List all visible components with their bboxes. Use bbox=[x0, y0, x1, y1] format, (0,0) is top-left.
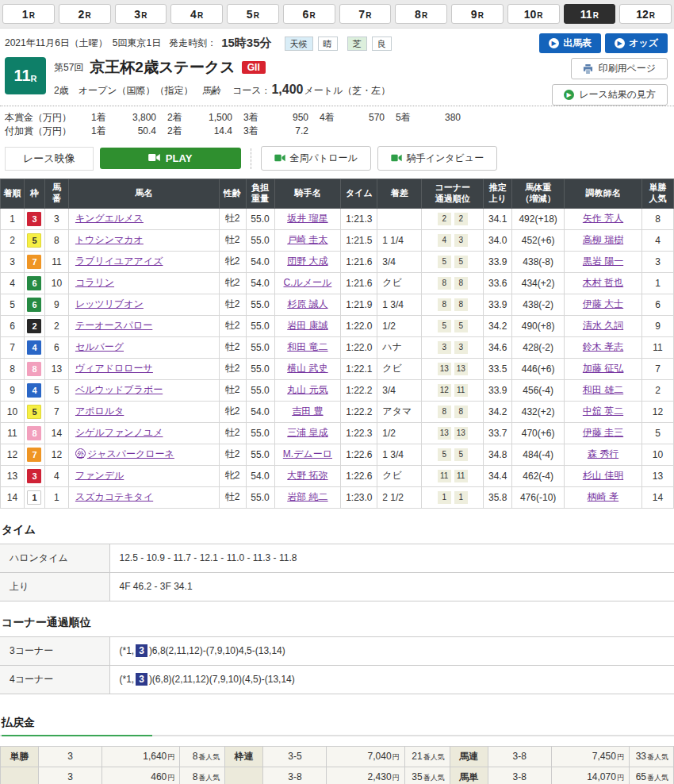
horse-name-link[interactable]: トウシンマカオ bbox=[75, 234, 144, 245]
corner-order-cell: 55 bbox=[422, 444, 484, 465]
jockey-name-link[interactable]: 吉田 豊 bbox=[292, 405, 323, 417]
jockey-name-link[interactable]: 横山 武史 bbox=[287, 363, 327, 374]
trainer-name-link[interactable]: 中舘 英二 bbox=[583, 405, 623, 417]
margin: 1/2 bbox=[377, 315, 422, 336]
result-guide-button[interactable]: ▶ レース結果の見方 bbox=[552, 84, 668, 106]
race-tab-5r[interactable]: 5R bbox=[227, 4, 279, 24]
trainer-name-link[interactable]: 森 秀行 bbox=[588, 448, 618, 459]
race-number-suffix: R bbox=[31, 74, 37, 83]
last-3f-time: 33.9 bbox=[484, 294, 512, 315]
horse-name-link[interactable]: キングエルメス bbox=[75, 213, 144, 224]
horse-name-cell: キングエルメス bbox=[68, 208, 219, 229]
frame-cell: 3 bbox=[24, 465, 44, 486]
margin: クビ bbox=[377, 272, 422, 294]
trainer-name-link[interactable]: 柄崎 孝 bbox=[588, 491, 618, 502]
horse-name-link[interactable]: レッツリブオン bbox=[75, 298, 144, 309]
jockey-name-link[interactable]: M.デムーロ bbox=[283, 448, 332, 459]
trainer-name-link[interactable]: 高柳 瑞樹 bbox=[583, 234, 623, 245]
trainer-name-link[interactable]: 和田 雄二 bbox=[583, 384, 623, 395]
horse-name-link[interactable]: ファンデル bbox=[75, 470, 124, 481]
corner-position-chip: 3 bbox=[438, 341, 451, 354]
print-button-label: 印刷用ページ bbox=[598, 62, 656, 75]
race-tab-6r[interactable]: 6R bbox=[283, 4, 335, 24]
corner-position-chip: 1 bbox=[454, 491, 468, 504]
bracket-quinella-popularity: 21番人気 bbox=[404, 746, 450, 767]
play-button[interactable]: PLAY bbox=[100, 148, 241, 169]
frame-number-badge: 8 bbox=[27, 426, 41, 440]
trainer-name-link[interactable]: 木村 哲也 bbox=[583, 277, 623, 288]
trainer-name-link[interactable]: 矢作 芳人 bbox=[583, 213, 623, 224]
print-button[interactable]: 印刷用ページ bbox=[571, 58, 668, 79]
horse-name-link[interactable]: スズカコテキタイ bbox=[75, 491, 153, 502]
foreign-bred-mark: 外 bbox=[75, 448, 86, 459]
finish-position: 14 bbox=[1, 486, 25, 508]
jockey-name-link[interactable]: 三浦 皇成 bbox=[287, 427, 327, 438]
trainer-name-link[interactable]: 黒岩 陽一 bbox=[583, 256, 623, 267]
horse-name-link[interactable]: ベルウッドブラボー bbox=[75, 384, 163, 395]
patrol-video-button[interactable]: 全周パトロール bbox=[261, 146, 371, 171]
trainer-name-link[interactable]: 伊藤 圭三 bbox=[583, 427, 623, 438]
table-row: 258トウシンマカオ牡255.0戸崎 圭太1:21.51 1/44334.045… bbox=[1, 229, 674, 251]
results-column-header: 騎手名 bbox=[274, 179, 341, 209]
jockey-name-link[interactable]: 坂井 瑠星 bbox=[287, 213, 327, 224]
payout-row: 複勝3460円8番人気ワイド3-82,430円35番人気馬単3-814,070円… bbox=[1, 767, 674, 784]
race-tab-11r[interactable]: 11R bbox=[564, 4, 616, 24]
jockey-name-link[interactable]: 杉原 誠人 bbox=[287, 298, 327, 309]
trainer-name-link[interactable]: 加藤 征弘 bbox=[583, 363, 623, 374]
race-tab-10r[interactable]: 10R bbox=[507, 4, 560, 24]
prize-place-label: 1着 bbox=[91, 111, 118, 125]
race-results-table: 着順枠馬 番馬名性齢負担 重量騎手名タイム着差コーナー 通過順位推定 上り馬体重… bbox=[0, 179, 674, 509]
rank-unit: 番人気 bbox=[647, 753, 668, 761]
corner-order-cell: 88 bbox=[422, 294, 484, 315]
race-tab-12r[interactable]: 12R bbox=[619, 4, 672, 24]
race-tab-8r[interactable]: 8R bbox=[395, 4, 447, 24]
horse-name-link[interactable]: テーオースパロー bbox=[75, 320, 152, 331]
time-row-label: ハロンタイム bbox=[0, 544, 109, 572]
race-tab-7r[interactable]: 7R bbox=[339, 4, 392, 24]
results-column-header: 枠 bbox=[24, 179, 44, 209]
jockey-name-link[interactable]: 丸山 元気 bbox=[287, 384, 327, 395]
race-tab-3r[interactable]: 3R bbox=[115, 4, 167, 24]
trainer-name-link[interactable]: 伊藤 大士 bbox=[583, 298, 623, 309]
weather-value-badge: 晴 bbox=[318, 37, 338, 51]
horse-name-link[interactable]: セルバーグ bbox=[75, 341, 124, 352]
trainer-cell: 中舘 英二 bbox=[565, 401, 642, 422]
race-tab-9r[interactable]: 9R bbox=[451, 4, 504, 24]
jockey-name-link[interactable]: 岩田 康誠 bbox=[287, 320, 327, 331]
jockey-name-link[interactable]: 岩部 純二 bbox=[287, 491, 327, 502]
quinella-combination: 3-8 bbox=[488, 746, 551, 767]
win-favorite-rank: 7 bbox=[641, 358, 673, 379]
jockey-name-link[interactable]: 団野 大成 bbox=[287, 256, 327, 267]
entries-button[interactable]: ▶ 出馬表 bbox=[539, 33, 601, 53]
horse-weight: 462(-4) bbox=[512, 465, 565, 486]
horse-name-link[interactable]: アポロルタ bbox=[75, 405, 124, 417]
horse-name-link[interactable]: ヴィアドロローサ bbox=[75, 363, 153, 374]
race-tab-1r[interactable]: 1R bbox=[2, 4, 55, 24]
horse-name-link[interactable]: コラリン bbox=[75, 277, 114, 288]
trainer-name-link[interactable]: 清水 久詞 bbox=[583, 320, 623, 331]
prize-amount: 7.2 bbox=[270, 125, 308, 138]
race-tab-2r[interactable]: 2R bbox=[59, 4, 111, 24]
horse-name-link[interactable]: シゲルファンノユメ bbox=[75, 427, 163, 438]
video-row: レース映像 PLAY 全周パトロール 騎手インタビュー bbox=[0, 141, 674, 179]
corner-order-cell: 55 bbox=[422, 251, 484, 272]
corner-position-chip: 11 bbox=[438, 470, 451, 482]
trainer-name-link[interactable]: 杉山 佳明 bbox=[583, 470, 623, 481]
horse-name-link[interactable]: ラブリイユアアイズ bbox=[75, 256, 163, 267]
race-tab-4r[interactable]: 4R bbox=[170, 4, 223, 24]
finish-time: 1:22.0 bbox=[341, 315, 377, 336]
jockey-name-link[interactable]: C.ルメール bbox=[284, 277, 332, 288]
odds-button[interactable]: ▶ オッズ bbox=[605, 33, 668, 53]
sex-age: 牝2 bbox=[219, 401, 246, 422]
header-actions: ▶ 出馬表 ▶ オッズ 印刷用ページ ▶ レース結果の見方 bbox=[539, 33, 668, 106]
jockey-name-link[interactable]: 戸崎 圭太 bbox=[287, 234, 327, 245]
trainer-cell: 森 秀行 bbox=[565, 444, 642, 465]
finish-position: 12 bbox=[1, 444, 25, 465]
corner-position-chip: 5 bbox=[438, 448, 451, 461]
trainer-name-link[interactable]: 鈴木 孝志 bbox=[583, 341, 623, 352]
jockey-interview-button[interactable]: 騎手インタビュー bbox=[377, 146, 497, 171]
jockey-name-link[interactable]: 大野 拓弥 bbox=[287, 470, 327, 481]
horse-name-link[interactable]: ジャスパークローネ bbox=[87, 448, 174, 459]
finish-time: 1:22.6 bbox=[341, 444, 377, 465]
jockey-name-link[interactable]: 和田 竜二 bbox=[287, 341, 327, 352]
